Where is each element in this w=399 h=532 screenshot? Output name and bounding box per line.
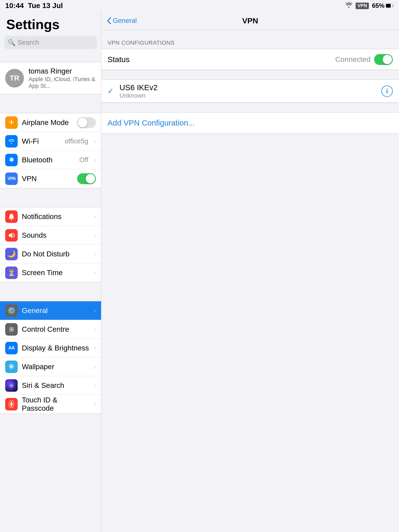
wallpaper-icon: ❋ [5, 361, 18, 373]
sidebar-item-screen-time[interactable]: ⏳ Screen Time › [0, 263, 101, 282]
dnd-chevron: › [94, 251, 96, 257]
vpn-config-row[interactable]: ✓ US6 IKEv2 Unknown i [101, 80, 399, 103]
sounds-chevron: › [94, 232, 96, 239]
status-time: 10:44 Tue 13 Jul [5, 2, 63, 10]
sidebar-item-touchid[interactable]: Touch ID & Passcode › [0, 395, 101, 414]
sidebar-item-airplane-mode[interactable]: ✈ Airplane Mode [0, 113, 101, 132]
siri-chevron: › [94, 382, 96, 389]
sidebar-item-bluetooth[interactable]: ✱ Bluetooth Off › [0, 151, 101, 169]
vpn-info-button[interactable]: i [381, 85, 393, 97]
vpn-config-sub: Unknown [119, 92, 381, 99]
sidebar-spacer-4 [0, 282, 101, 292]
vpn-section-header: VPN CONFIGURATIONS [101, 39, 399, 49]
vpn-config-name: US6 IKEv2 [119, 83, 381, 92]
vpn-icon: VPN [5, 172, 18, 185]
general-chevron: › [94, 307, 96, 314]
vpn-check-icon: ✓ [108, 87, 115, 95]
display-chevron: › [94, 345, 96, 351]
profile-name: tomas Ringer [29, 67, 96, 75]
profile-info: tomas Ringer Apple ID, iCloud, iTunes & … [29, 67, 96, 89]
sounds-icon [5, 229, 18, 242]
profile-subtitle: Apple ID, iCloud, iTunes & App St... [29, 76, 96, 89]
vpn-configs-card: ✓ US6 IKEv2 Unknown i [101, 79, 399, 103]
wifi-icon [345, 2, 353, 9]
vpn-status-label: Status [108, 55, 335, 64]
wifi-value: office5g [65, 137, 88, 145]
status-bar: 10:44 Tue 13 Jul VPN 65% [0, 0, 399, 11]
avatar: TR [5, 69, 24, 88]
sidebar-item-notifications[interactable]: Notifications › [0, 207, 101, 226]
control-centre-label: Control Centre [22, 325, 90, 334]
sidebar-item-control-centre[interactable]: ⊞ Control Centre › [0, 320, 101, 339]
search-bar-wrap: 🔍 Search [0, 36, 101, 53]
vpn-toggle[interactable] [77, 173, 96, 184]
vpn-label: VPN [22, 175, 73, 183]
back-button[interactable]: General [107, 17, 137, 25]
screen-time-label: Screen Time [22, 269, 90, 277]
notifications-label: Notifications [22, 212, 90, 221]
bluetooth-icon: ✱ [5, 154, 18, 166]
profile-cell[interactable]: TR tomas Ringer Apple ID, iCloud, iTunes… [0, 62, 101, 94]
bluetooth-value: Off [79, 156, 88, 164]
sidebar: Settings 🔍 Search TR tomas Ringer Apple … [0, 11, 101, 532]
do-not-disturb-icon: 🌙 [5, 248, 18, 260]
notifications-icon [5, 210, 18, 223]
vpn-status-badge: VPN [356, 3, 369, 9]
vpn-nav-bar: General VPN [101, 11, 399, 30]
siri-label: Siri & Search [22, 381, 90, 390]
svg-point-2 [11, 219, 12, 220]
settings-group-connectivity: ✈ Airplane Mode Wi-Fi office5g › [0, 113, 101, 188]
display-label: Display & Brightness [22, 344, 90, 352]
settings-title: Settings [0, 11, 101, 36]
display-icon: AA [5, 342, 18, 354]
svg-marker-3 [9, 232, 12, 238]
vpn-content: VPN CONFIGURATIONS Status Connected ✓ US… [101, 30, 399, 152]
vpn-status-row: Status Connected [101, 49, 399, 70]
add-vpn-row[interactable]: Add VPN Configuration... [101, 112, 399, 133]
sidebar-item-vpn[interactable]: VPN VPN [0, 169, 101, 188]
general-icon: ⚙️ [5, 304, 18, 317]
control-centre-chevron: › [94, 326, 96, 333]
sidebar-spacer-3 [0, 188, 101, 198]
wallpaper-chevron: › [94, 363, 96, 370]
sidebar-item-do-not-disturb[interactable]: 🌙 Do Not Disturb › [0, 245, 101, 263]
general-label: General [22, 307, 90, 315]
vpn-config-info: US6 IKEv2 Unknown [119, 83, 381, 99]
do-not-disturb-label: Do Not Disturb [22, 250, 90, 258]
control-centre-icon: ⊞ [5, 323, 18, 336]
search-placeholder: Search [18, 38, 39, 46]
touchid-label: Touch ID & Passcode [22, 396, 90, 413]
touchid-icon [5, 398, 18, 410]
wifi-label: Wi-Fi [22, 137, 61, 145]
status-indicators: VPN 65% [345, 2, 394, 9]
main-layout: Settings 🔍 Search TR tomas Ringer Apple … [0, 11, 399, 532]
airplane-mode-icon: ✈ [5, 116, 18, 129]
sidebar-item-wifi[interactable]: Wi-Fi office5g › [0, 132, 101, 151]
notifications-chevron: › [94, 213, 96, 220]
sidebar-item-wallpaper[interactable]: ❋ Wallpaper › [0, 357, 101, 376]
screen-time-icon: ⏳ [5, 267, 18, 279]
wallpaper-label: Wallpaper [22, 363, 90, 371]
search-icon: 🔍 [8, 39, 16, 46]
screen-time-chevron: › [94, 269, 96, 276]
wifi-settings-icon [5, 135, 18, 148]
sidebar-item-sounds[interactable]: Sounds › [0, 226, 101, 245]
sidebar-spacer-1 [0, 53, 101, 62]
add-vpn-label: Add VPN Configuration... [108, 118, 195, 127]
sidebar-item-general[interactable]: ⚙️ General › [0, 301, 101, 320]
right-panel: General VPN VPN CONFIGURATIONS Status Co… [101, 11, 399, 532]
vpn-status-card: Status Connected [101, 49, 399, 70]
airplane-mode-toggle[interactable] [77, 117, 96, 128]
sidebar-item-siri[interactable]: Siri & Search › [0, 376, 101, 395]
settings-group-preferences: ⚙️ General › ⊞ Control Centre › AA Displ… [0, 301, 101, 414]
settings-group-system: Notifications › Sounds › 🌙 Do Not Distur… [0, 207, 101, 282]
vpn-status-toggle[interactable] [374, 54, 393, 65]
svg-point-6 [11, 385, 12, 386]
search-bar[interactable]: 🔍 Search [4, 36, 97, 49]
battery-indicator: 65% [372, 2, 394, 9]
wifi-chevron: › [94, 138, 96, 145]
vpn-status-value: Connected [335, 55, 370, 64]
sidebar-item-display[interactable]: AA Display & Brightness › [0, 339, 101, 357]
add-vpn-card: Add VPN Configuration... [101, 112, 399, 134]
vpn-nav-title: VPN [242, 16, 258, 25]
